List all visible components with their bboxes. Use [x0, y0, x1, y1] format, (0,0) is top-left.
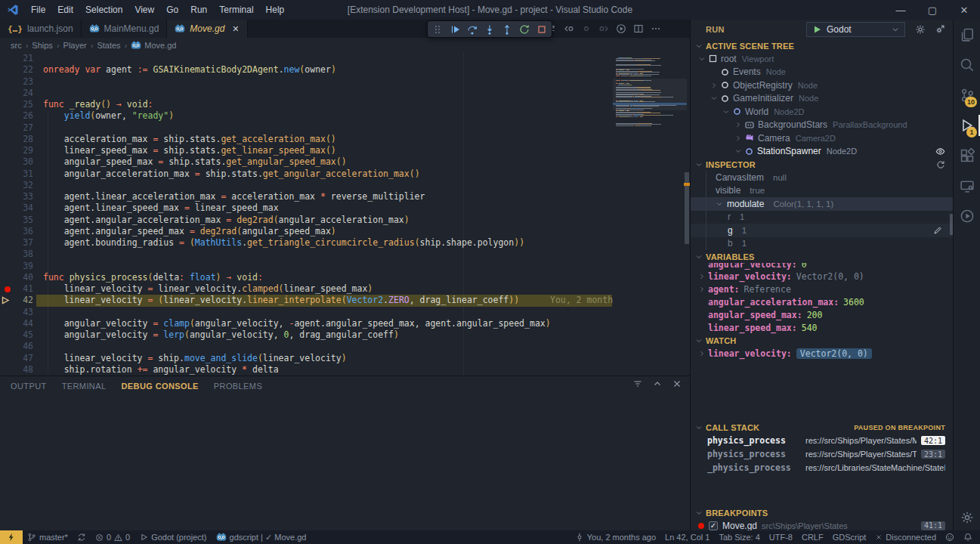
scene-node-backgroundstars[interactable]: BackgroundStarsParallaxBackground: [691, 119, 953, 132]
watch-linear_velocity[interactable]: linear_velocity:Vector2(0, 0): [691, 347, 953, 360]
section-active-scene-tree[interactable]: ACTIVE SCENE TREE: [691, 39, 953, 52]
chevron-down-icon[interactable]: [710, 94, 721, 102]
step-over-button[interactable]: [467, 24, 478, 35]
variable-angular_acceleration_max[interactable]: angular_acceleration_max:3600: [691, 295, 953, 308]
gutter[interactable]: 48: [0, 364, 43, 376]
section-watch[interactable]: WATCH: [691, 334, 953, 347]
menu-terminal[interactable]: Terminal: [213, 0, 259, 20]
status-godot-connection[interactable]: Disconnected: [870, 530, 941, 544]
panel-tab-debug-console[interactable]: DEBUG CONSOLE: [121, 382, 198, 391]
activity-search[interactable]: [954, 50, 980, 80]
scene-node-root[interactable]: rootViewport: [691, 52, 953, 66]
gutter[interactable]: 36: [0, 226, 43, 237]
breakpoint-item-move.gd[interactable]: ✓Move.gdsrc\Ships\Player\States41:1: [691, 519, 953, 530]
breadcrumb-item-move.gd[interactable]: Move.gd: [131, 40, 176, 51]
start-debug-icon[interactable]: [812, 24, 822, 35]
scene-node-events[interactable]: EventsNode: [691, 66, 953, 79]
tab-launch.json[interactable]: {…}launch.json: [0, 20, 82, 38]
run-circle-icon[interactable]: [616, 23, 626, 34]
gutter[interactable]: 39: [0, 261, 43, 272]
gutter[interactable]: 24: [0, 88, 43, 99]
gutter[interactable]: 41: [0, 283, 43, 295]
gutter[interactable]: 28: [0, 134, 43, 145]
panel-tab-problems[interactable]: PROBLEMS: [214, 382, 262, 391]
code-line-43[interactable]: 43: [0, 307, 690, 318]
breadcrumb-item-player[interactable]: Player: [63, 41, 87, 50]
minimize-button[interactable]: —: [885, 0, 917, 20]
status-encoding[interactable]: UTF-8: [765, 530, 797, 544]
open-launch-config-icon[interactable]: [935, 24, 945, 35]
gutter[interactable]: 34: [0, 202, 43, 214]
filter-icon[interactable]: [632, 379, 643, 389]
split-editor-icon[interactable]: [633, 23, 644, 34]
menu-selection[interactable]: Selection: [79, 0, 128, 20]
section-inspector[interactable]: INSPECTOR: [691, 158, 953, 171]
variable-linear_speed_max[interactable]: linear_speed_max:540: [691, 321, 953, 334]
menu-file[interactable]: File: [25, 0, 51, 20]
status-language-status[interactable]: gdscript | ✓ Move.gd: [212, 530, 311, 544]
gutter[interactable]: 21: [0, 53, 43, 64]
inspector-prop-r[interactable]: r1: [691, 211, 953, 224]
code-line-41[interactable]: 41 linear_velocity = linear_velocity.cla…: [0, 283, 690, 295]
chevron-right-icon[interactable]: [734, 121, 745, 128]
status-blame[interactable]: You, 2 months ago: [570, 530, 660, 544]
gutter[interactable]: 43: [0, 307, 43, 318]
status-git-branch[interactable]: master*: [23, 530, 73, 544]
inspector-prop-g[interactable]: g1: [691, 224, 953, 237]
code-line-36[interactable]: 36 agent.angular_speed_max = deg2rad(ang…: [0, 226, 690, 237]
status-eol[interactable]: CRLF: [797, 530, 828, 544]
gutter[interactable]: 40: [0, 272, 43, 283]
gutter[interactable]: 31: [0, 168, 43, 180]
close-button[interactable]: ✕: [948, 0, 980, 20]
panel-tab-terminal[interactable]: TERMINAL: [62, 382, 107, 391]
gutter[interactable]: 32: [0, 180, 43, 191]
status-debug-launch[interactable]: Godot (project): [134, 530, 211, 544]
gutter[interactable]: 47: [0, 353, 43, 364]
scene-node-camera[interactable]: CameraCamera2D: [691, 131, 953, 145]
section-call-stack[interactable]: CALL STACKPAUSED ON BREAKPOINT: [691, 421, 953, 434]
code-line-46[interactable]: 46: [0, 341, 690, 352]
code-line-37[interactable]: 37 agent.bounding_radius = (MathUtils.ge…: [0, 237, 690, 249]
menu-help[interactable]: Help: [260, 0, 291, 20]
restart-button[interactable]: [519, 24, 530, 35]
debug-settings-icon[interactable]: [915, 24, 926, 35]
status-language-mode[interactable]: GDScript: [828, 530, 871, 544]
chevron-right-icon[interactable]: [710, 82, 721, 89]
continue-button[interactable]: [450, 24, 460, 35]
step-into-button[interactable]: [484, 24, 495, 35]
gutter[interactable]: 35: [0, 215, 43, 226]
chevron-right-icon[interactable]: [698, 286, 708, 293]
inspector-prop-visible[interactable]: visibletrue: [691, 184, 953, 198]
start-debug-icon[interactable]: [812, 24, 822, 36]
variable-agent[interactable]: agent:Reference: [691, 283, 953, 295]
code-editor[interactable]: 2122onready var agent := GSAIKinematicBo…: [0, 53, 690, 376]
section-variables[interactable]: VARIABLES: [691, 250, 953, 263]
prev-change-icon[interactable]: [564, 23, 574, 34]
status-indentation[interactable]: Tab Size: 4: [714, 530, 764, 544]
maximize-button[interactable]: ▢: [917, 0, 948, 20]
activity-explorer[interactable]: [954, 20, 980, 50]
status-cursor-position[interactable]: Ln 42, Col 1: [660, 530, 714, 544]
gutter[interactable]: 26: [0, 110, 43, 122]
launch-config-dropdown[interactable]: Godot: [806, 22, 905, 37]
status-remote-indicator[interactable]: [0, 530, 23, 544]
code-line-26[interactable]: 26 yield(owner, "ready"): [0, 110, 690, 122]
toolbar-grip-icon[interactable]: [432, 24, 443, 35]
close-icon[interactable]: [672, 379, 682, 389]
activity-run-and-debug[interactable]: 1: [954, 110, 980, 141]
code-line-45[interactable]: 45 angular_velocity = lerp(angular_veloc…: [0, 329, 690, 341]
variable-angular_speed_max[interactable]: angular_speed_max:200: [691, 308, 953, 321]
code-line-42[interactable]: 42 linear_velocity = (linear_velocity.li…: [0, 295, 690, 306]
activity-source-control[interactable]: 10: [954, 80, 980, 110]
inspector-prop-b[interactable]: b1: [691, 237, 953, 251]
code-line-48[interactable]: 48 ship.rotation += angular_velocity * d…: [0, 364, 690, 376]
gutter[interactable]: 30: [0, 156, 43, 168]
gutter[interactable]: 44: [0, 318, 43, 329]
code-line-35[interactable]: 35 agent.angular_acceleration_max = deg2…: [0, 215, 690, 226]
chevron-right-icon[interactable]: [698, 273, 708, 280]
code-line-39[interactable]: 39: [0, 261, 690, 272]
breadcrumb-item-ships[interactable]: Ships: [32, 41, 53, 50]
chevron-up-icon[interactable]: [652, 379, 663, 389]
code-line-23[interactable]: 23: [0, 76, 690, 88]
tab-move.gd[interactable]: Move.gd✕: [167, 20, 247, 38]
